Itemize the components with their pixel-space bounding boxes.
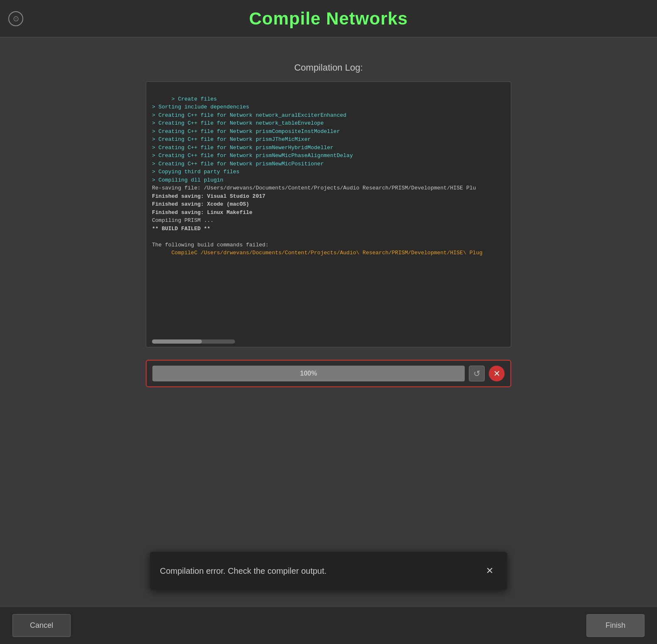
cancel-label: Cancel [30, 621, 53, 630]
compilation-log-label: Compilation Log: [33, 62, 624, 73]
main-content: Compilation Log: > Create files > Sortin… [0, 37, 657, 387]
log-terminal[interactable]: > Create files > Sorting include depende… [146, 81, 511, 347]
stop-button[interactable]: ✕ [489, 366, 505, 381]
app-icon[interactable]: ⊙ [8, 11, 23, 26]
progress-bar-container: 100% [152, 366, 465, 381]
header: ⊙ Compile Networks [0, 0, 657, 37]
finish-label: Finish [606, 621, 625, 630]
cancel-button[interactable]: Cancel [12, 614, 71, 637]
stop-icon: ✕ [493, 369, 500, 379]
log-content: > Create files > Sorting include depende… [152, 87, 505, 265]
refresh-button[interactable]: ↺ [469, 366, 485, 381]
footer: Cancel Finish [0, 607, 657, 644]
app-icon-symbol: ⊙ [13, 14, 19, 23]
close-icon: ✕ [486, 565, 493, 576]
error-popup: Compilation error. Check the compiler ou… [150, 552, 507, 590]
page-title: Compile Networks [249, 9, 408, 29]
refresh-icon: ↺ [473, 369, 480, 379]
progress-label: 100% [300, 370, 317, 377]
progress-section: 100% ↺ ✕ [146, 360, 511, 387]
finish-button[interactable]: Finish [586, 614, 645, 637]
error-message: Compilation error. Check the compiler ou… [160, 566, 326, 576]
log-scrollbar-track[interactable] [152, 339, 235, 344]
error-close-button[interactable]: ✕ [482, 563, 497, 578]
log-scrollbar-thumb[interactable] [152, 339, 202, 344]
